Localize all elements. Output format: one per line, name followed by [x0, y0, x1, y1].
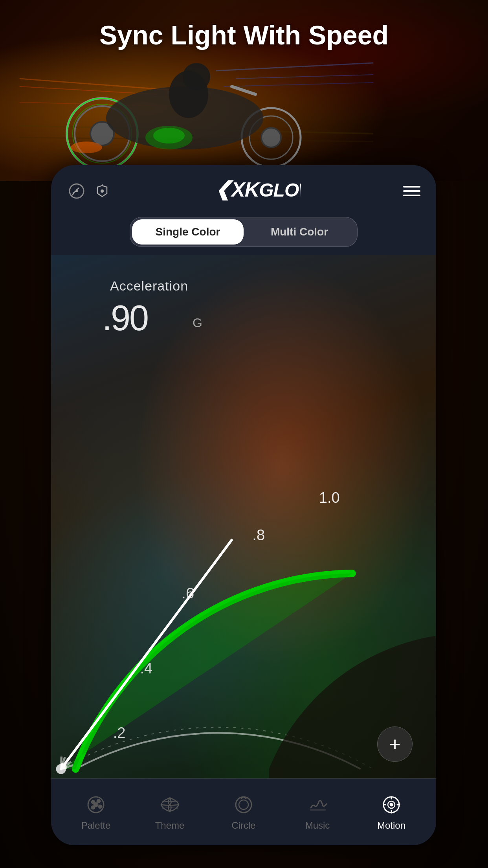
hero-section: Sync Light With Speed	[0, 0, 488, 181]
svg-line-57	[61, 756, 61, 769]
svg-text:.2: .2	[113, 725, 126, 741]
header-left	[67, 181, 112, 201]
svg-point-60	[97, 799, 101, 803]
palette-label: Palette	[81, 820, 111, 831]
svg-text:.8: .8	[252, 527, 265, 543]
svg-point-15	[261, 128, 281, 147]
single-color-tab[interactable]: Single Color	[132, 219, 244, 245]
svg-line-25	[77, 188, 79, 190]
svg-point-26	[101, 189, 104, 193]
svg-line-22	[232, 86, 255, 94]
hero-title: Sync Light With Speed	[0, 20, 488, 50]
nav-item-theme[interactable]: Theme	[133, 793, 207, 831]
speedometer-icon[interactable]	[67, 181, 86, 201]
bottom-navigation: Palette Theme	[51, 778, 436, 845]
main-content: Acceleration .90 G	[51, 255, 436, 782]
svg-point-68	[390, 803, 393, 806]
theme-label: Theme	[155, 820, 185, 831]
theme-icon	[158, 793, 182, 817]
acceleration-value: .90	[102, 298, 148, 338]
svg-text:.6: .6	[182, 585, 194, 601]
music-icon	[306, 793, 329, 817]
add-button[interactable]: +	[377, 726, 413, 762]
svg-rect-66	[310, 809, 326, 811]
motion-icon	[380, 793, 403, 817]
svg-line-4	[236, 75, 373, 79]
multi-color-tab[interactable]: Multi Color	[244, 219, 355, 245]
svg-line-3	[216, 63, 373, 71]
svg-point-19	[71, 142, 102, 153]
nav-item-motion[interactable]: Motion	[354, 793, 428, 831]
gauge-container: .2 .4 .6 .8 1.0	[51, 428, 436, 782]
menu-line-2	[403, 190, 420, 192]
acceleration-unit: G	[193, 316, 202, 330]
menu-line-1	[403, 186, 420, 188]
app-header: ❮XKGLOW	[51, 165, 436, 213]
svg-text:1.0: 1.0	[319, 489, 340, 506]
notification-icon[interactable]	[92, 181, 112, 201]
svg-point-61	[98, 805, 102, 809]
svg-text:❮XKGLOW: ❮XKGLOW	[215, 178, 301, 200]
palette-icon	[84, 793, 108, 817]
nav-item-circle[interactable]: Circle	[207, 793, 281, 831]
svg-point-21	[183, 63, 210, 90]
nav-item-music[interactable]: Music	[281, 793, 354, 831]
svg-line-0	[20, 79, 177, 90]
svg-point-64	[236, 797, 251, 813]
acceleration-label: Acceleration	[110, 278, 188, 294]
color-mode-toggle: Single Color Multi Color	[130, 217, 358, 247]
music-label: Music	[305, 820, 330, 831]
circle-label: Circle	[231, 820, 255, 831]
circle-icon	[232, 793, 255, 817]
svg-text:.4: .4	[140, 660, 152, 677]
motion-label: Motion	[377, 820, 405, 831]
hero-image	[20, 47, 468, 173]
menu-line-3	[403, 195, 420, 196]
svg-line-5	[224, 83, 373, 86]
svg-point-63	[94, 802, 98, 807]
app-logo: ❮XKGLOW	[215, 177, 301, 205]
nav-item-palette[interactable]: Palette	[59, 793, 133, 831]
svg-point-18	[153, 128, 185, 143]
svg-point-65	[239, 800, 248, 809]
phone-frame: ❮XKGLOW Single Color Multi Color Acceler…	[51, 165, 436, 845]
gauge-svg: .2 .4 .6 .8 1.0	[51, 428, 436, 782]
menu-button[interactable]	[403, 186, 420, 196]
